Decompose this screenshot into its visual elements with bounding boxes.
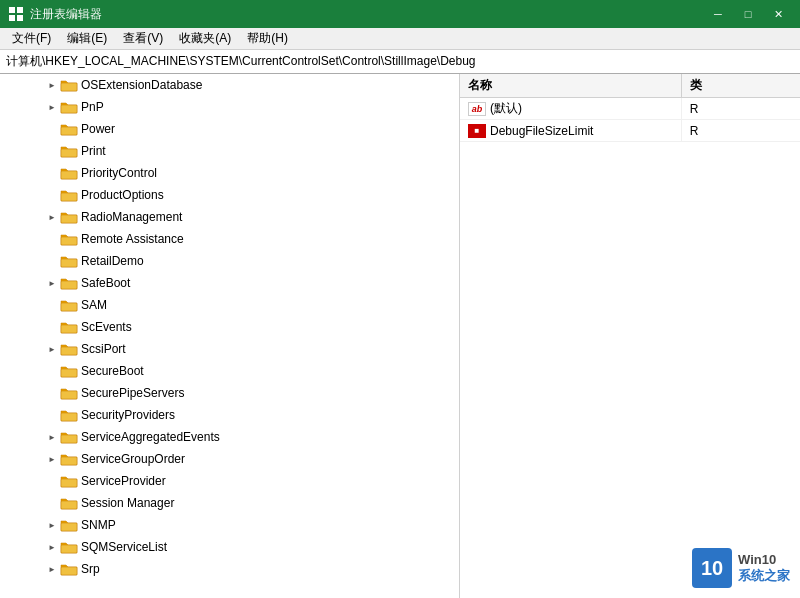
watermark: 10 Win10 系统之家 [692, 548, 790, 588]
tree-expander[interactable]: ► [44, 451, 60, 467]
tree-expander[interactable] [44, 385, 60, 401]
tree-expander[interactable]: ► [44, 341, 60, 357]
svg-rect-7 [61, 149, 77, 157]
tree-expander[interactable]: ► [44, 561, 60, 577]
tree-item[interactable]: ► ServiceGroupOrder [0, 448, 459, 470]
tree-item[interactable]: ProductOptions [0, 184, 459, 206]
tree-expander[interactable] [44, 495, 60, 511]
main-content: ► OSExtensionDatabase► PnP Power Print P… [0, 74, 800, 598]
svg-rect-21 [61, 457, 77, 465]
svg-rect-9 [61, 193, 77, 201]
tree-item[interactable]: ► ScsiPort [0, 338, 459, 360]
folder-icon [60, 253, 78, 269]
tree-expander[interactable] [44, 231, 60, 247]
tree-item[interactable]: ► ServiceAggregatedEvents [0, 426, 459, 448]
tree-expander[interactable]: ► [44, 77, 60, 93]
cell-name: ab(默认) [460, 98, 682, 119]
tree-item[interactable]: Remote Assistance [0, 228, 459, 250]
tree-scroll[interactable]: ► OSExtensionDatabase► PnP Power Print P… [0, 74, 459, 598]
svg-rect-25 [61, 545, 77, 553]
folder-icon [60, 165, 78, 181]
tree-panel: ► OSExtensionDatabase► PnP Power Print P… [0, 74, 460, 598]
cell-type: R [682, 98, 800, 119]
tree-item[interactable]: ScEvents [0, 316, 459, 338]
tree-item-label: ServiceAggregatedEvents [81, 430, 220, 444]
tree-expander[interactable] [44, 363, 60, 379]
tree-expander[interactable] [44, 297, 60, 313]
tree-expander[interactable] [44, 473, 60, 489]
tree-expander[interactable] [44, 407, 60, 423]
menu-help[interactable]: 帮助(H) [239, 28, 296, 49]
tree-item[interactable]: Session Manager [0, 492, 459, 514]
tree-expander[interactable] [44, 143, 60, 159]
tree-item-label: ScsiPort [81, 342, 126, 356]
svg-rect-10 [61, 215, 77, 223]
tree-expander[interactable] [44, 253, 60, 269]
menu-edit[interactable]: 编辑(E) [59, 28, 115, 49]
window-controls: ─ □ ✕ [704, 3, 792, 25]
tree-expander[interactable] [44, 187, 60, 203]
tree-expander[interactable]: ► [44, 539, 60, 555]
tree-item[interactable]: ► SafeBoot [0, 272, 459, 294]
tree-item[interactable]: ► Srp [0, 558, 459, 580]
tree-item[interactable]: Print [0, 140, 459, 162]
tree-item[interactable]: ServiceProvider [0, 470, 459, 492]
col-type-header: 类 [682, 74, 800, 97]
maximize-button[interactable]: □ [734, 3, 762, 25]
tree-item[interactable]: SecurePipeServers [0, 382, 459, 404]
tree-expander[interactable] [44, 165, 60, 181]
cell-type: R [682, 120, 800, 141]
tree-expander[interactable]: ► [44, 275, 60, 291]
menu-favorites[interactable]: 收藏夹(A) [171, 28, 239, 49]
menu-view[interactable]: 查看(V) [115, 28, 171, 49]
tree-item[interactable]: Power [0, 118, 459, 140]
reg-value-icon: ■ [468, 124, 486, 138]
svg-rect-19 [61, 413, 77, 421]
tree-expander[interactable]: ► [44, 99, 60, 115]
tree-expander[interactable]: ► [44, 209, 60, 225]
tree-item-label: Print [81, 144, 106, 158]
tree-item[interactable]: ► OSExtensionDatabase [0, 74, 459, 96]
reg-value-name: (默认) [490, 100, 522, 117]
tree-expander[interactable]: ► [44, 429, 60, 445]
tree-item-label: SecurePipeServers [81, 386, 184, 400]
tree-item-label: ServiceGroupOrder [81, 452, 185, 466]
tree-item-label: SafeBoot [81, 276, 130, 290]
tree-item-label: ServiceProvider [81, 474, 166, 488]
folder-icon [60, 297, 78, 313]
right-row[interactable]: ■DebugFileSizeLimitR [460, 120, 800, 142]
tree-expander[interactable] [44, 319, 60, 335]
folder-icon [60, 187, 78, 203]
tree-item[interactable]: ► SQMServiceList [0, 536, 459, 558]
address-bar: 计算机\HKEY_LOCAL_MACHINE\SYSTEM\CurrentCon… [0, 50, 800, 74]
tree-item[interactable]: ► RadioManagement [0, 206, 459, 228]
title-bar: 注册表编辑器 ─ □ ✕ [0, 0, 800, 28]
tree-item[interactable]: SecurityProviders [0, 404, 459, 426]
tree-item[interactable]: SecureBoot [0, 360, 459, 382]
right-row[interactable]: ab(默认)R [460, 98, 800, 120]
tree-item[interactable]: PriorityControl [0, 162, 459, 184]
tree-expander[interactable]: ► [44, 517, 60, 533]
address-path: 计算机\HKEY_LOCAL_MACHINE\SYSTEM\CurrentCon… [6, 53, 476, 70]
folder-icon [60, 561, 78, 577]
tree-item[interactable]: RetailDemo [0, 250, 459, 272]
tree-item-label: OSExtensionDatabase [81, 78, 202, 92]
minimize-button[interactable]: ─ [704, 3, 732, 25]
tree-expander[interactable] [44, 121, 60, 137]
right-rows: ab(默认)R■DebugFileSizeLimitR [460, 98, 800, 142]
title-text: 注册表编辑器 [30, 6, 102, 23]
svg-rect-18 [61, 391, 77, 399]
svg-rect-23 [61, 501, 77, 509]
tree-item-label: SNMP [81, 518, 116, 532]
tree-item[interactable]: ► PnP [0, 96, 459, 118]
svg-rect-24 [61, 523, 77, 531]
tree-item[interactable]: ► SNMP [0, 514, 459, 536]
svg-rect-16 [61, 347, 77, 355]
svg-rect-26 [61, 567, 77, 575]
svg-rect-0 [9, 7, 15, 13]
close-button[interactable]: ✕ [764, 3, 792, 25]
tree-item[interactable]: SAM [0, 294, 459, 316]
menu-file[interactable]: 文件(F) [4, 28, 59, 49]
tree-item-label: RetailDemo [81, 254, 144, 268]
menu-bar: 文件(F) 编辑(E) 查看(V) 收藏夹(A) 帮助(H) [0, 28, 800, 50]
